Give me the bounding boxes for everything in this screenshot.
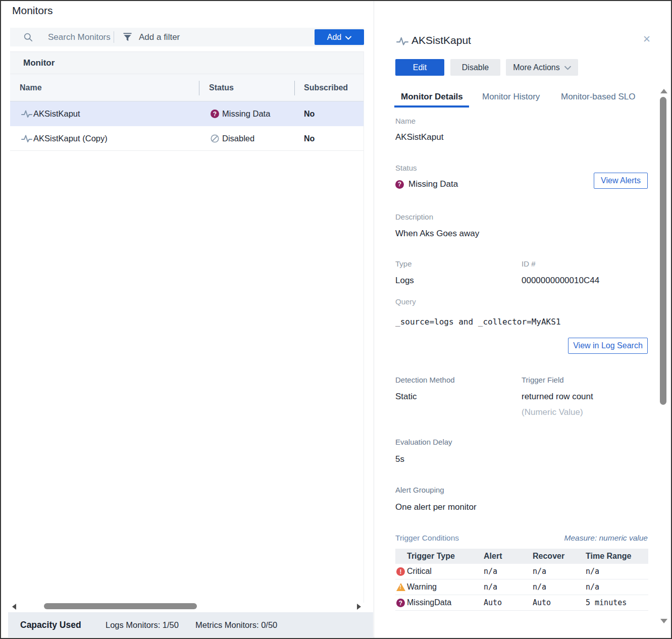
monitors-toolbar: Search Monitors Add a filter Add	[10, 28, 364, 46]
table-group-header-label: Monitor	[23, 52, 55, 74]
query-label: Query	[395, 297, 416, 306]
id-value: 0000000000010C44	[522, 276, 599, 286]
tab-monitor-details[interactable]: Monitor Details	[401, 92, 463, 102]
recover-value: Auto	[533, 598, 586, 607]
column-subscribed[interactable]: Subscribed	[304, 74, 348, 101]
evaluation-delay-label: Evaluation Delay	[395, 438, 452, 446]
trigger-condition-row: ? MissingData Auto Auto 5 minutes	[395, 595, 648, 611]
missing-data-status-icon: ?	[211, 110, 219, 118]
more-actions-label: More Actions	[513, 63, 559, 72]
edit-button-label: Edit	[413, 63, 427, 72]
trigger-condition-row: Warning n/a n/a n/a	[395, 579, 648, 595]
scroll-up-arrow-icon[interactable]	[660, 89, 667, 93]
description-label: Description	[395, 212, 433, 221]
trigger-field-note: (Numeric Value)	[522, 407, 583, 417]
active-tab-underline	[394, 105, 469, 108]
monitor-status: Disabled	[222, 126, 254, 151]
name-value: AKSistKaput	[395, 132, 443, 142]
column-recover: Recover	[533, 552, 586, 561]
horizontal-scrollbar[interactable]	[10, 603, 364, 611]
status-value-row: ? Missing Data	[395, 179, 458, 189]
table-row[interactable]: AKSistKaput ? Missing Data No	[10, 101, 364, 126]
tab-monitor-history[interactable]: Monitor History	[482, 92, 540, 102]
logs-monitors-count: Logs Monitors: 1/50	[106, 612, 179, 637]
detection-method-label: Detection Method	[395, 376, 455, 384]
monitor-subscribed: No	[304, 126, 315, 151]
trigger-conditions-label: Trigger Conditions	[395, 534, 459, 543]
column-divider	[199, 81, 199, 95]
close-icon[interactable]: ✕	[643, 33, 651, 45]
table-group-header: Monitor	[10, 51, 364, 74]
column-status[interactable]: Status	[209, 74, 234, 101]
monitor-pulse-icon	[396, 36, 408, 48]
scroll-down-arrow-icon[interactable]	[660, 619, 667, 623]
type-label: Type	[395, 259, 412, 268]
trigger-field-label: Trigger Field	[522, 376, 564, 384]
chevron-down-icon	[345, 33, 351, 42]
edit-button[interactable]: Edit	[395, 59, 444, 76]
alert-grouping-value: One alert per monitor	[395, 502, 477, 512]
disabled-status-icon	[211, 134, 219, 145]
page-title: Monitors	[12, 5, 53, 17]
filter-icon	[123, 33, 132, 43]
trigger-conditions-measure: Measure: numeric value	[564, 534, 648, 543]
missing-data-status-icon: ?	[396, 599, 405, 607]
add-button-label: Add	[327, 33, 341, 42]
recover-value: n/a	[533, 567, 586, 576]
add-filter-button[interactable]: Add a filter	[139, 28, 180, 46]
view-in-log-search-button[interactable]: View in Log Search	[568, 338, 648, 354]
monitor-pulse-icon	[21, 134, 32, 145]
metrics-monitors-count: Metrics Monitors: 0/50	[195, 612, 277, 637]
vertical-scrollbar-thumb[interactable]	[660, 97, 666, 405]
trigger-field-value: returned row count	[522, 392, 593, 402]
chevron-down-icon	[564, 63, 571, 72]
toolbar-divider	[114, 31, 114, 43]
type-value: Logs	[395, 276, 414, 286]
capacity-footer: Capacity Used Logs Monitors: 1/50 Metric…	[8, 612, 373, 637]
trigger-type: Warning	[395, 582, 484, 592]
trigger-type: MissingData	[395, 598, 484, 607]
disable-button[interactable]: Disable	[450, 59, 500, 76]
column-time-range: Time Range	[586, 552, 648, 561]
query-value: _source=logs and _collector=MyAKS1	[395, 317, 561, 327]
view-alerts-button[interactable]: View Alerts	[594, 173, 648, 189]
monitor-name: AKSistKaput	[33, 101, 80, 126]
detection-method-value: Static	[395, 392, 417, 402]
monitor-subscribed: No	[304, 101, 315, 126]
missing-data-status-icon: ?	[395, 180, 404, 189]
capacity-used-label: Capacity Used	[20, 612, 81, 637]
more-actions-button[interactable]: More Actions	[506, 59, 578, 76]
id-label: ID #	[522, 259, 536, 268]
column-name[interactable]: Name	[20, 74, 42, 101]
search-icon	[24, 33, 33, 44]
monitor-detail-panel: AKSistKaput ✕ Edit Disable More Actions …	[374, 1, 671, 638]
time-range-value: 5 minutes	[586, 598, 648, 607]
detail-panel-title: AKSistKaput	[411, 34, 471, 46]
scroll-right-arrow-icon[interactable]	[357, 604, 361, 610]
table-row[interactable]: AKSistKaput (Copy) Disabled No	[10, 126, 364, 151]
status-label: Status	[395, 164, 417, 172]
trigger-condition-row: ! Critical n/a n/a n/a	[395, 564, 648, 579]
trigger-type: Critical	[395, 567, 484, 576]
add-button[interactable]: Add	[315, 29, 364, 45]
tab-monitor-based-slo[interactable]: Monitor-based SLO	[561, 92, 635, 102]
monitors-screen: Monitors Search Monitors Add a filter Ad…	[0, 0, 672, 639]
monitor-name: AKSistKaput (Copy)	[33, 126, 108, 151]
alert-value: n/a	[484, 582, 533, 592]
monitor-status: Missing Data	[222, 101, 270, 126]
scroll-left-arrow-icon[interactable]	[12, 604, 16, 610]
table-right-border	[364, 51, 364, 603]
search-input[interactable]: Search Monitors	[48, 28, 111, 46]
column-divider	[294, 81, 295, 95]
critical-status-icon: !	[396, 567, 405, 576]
alert-grouping-label: Alert Grouping	[395, 486, 444, 494]
status-value: Missing Data	[408, 179, 458, 189]
alert-value: Auto	[484, 598, 533, 607]
time-range-value: n/a	[586, 567, 648, 576]
disable-button-label: Disable	[462, 63, 489, 72]
evaluation-delay-value: 5s	[395, 454, 404, 464]
table-column-header: Name Status Subscribed	[10, 74, 364, 101]
horizontal-scrollbar-thumb[interactable]	[44, 603, 197, 609]
column-trigger-type: Trigger Type	[395, 552, 484, 561]
monitor-pulse-icon	[21, 110, 32, 120]
